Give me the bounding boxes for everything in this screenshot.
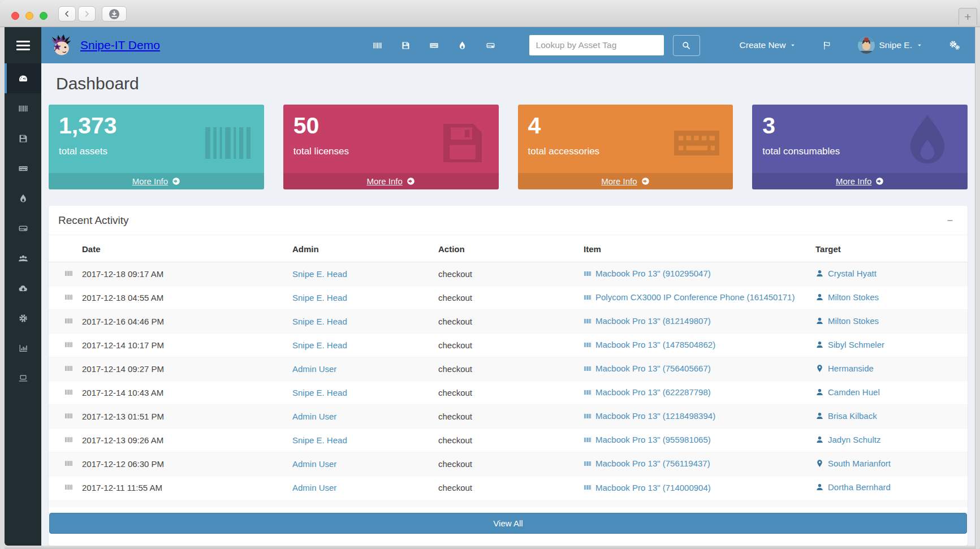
nav-shortcut-consumables[interactable]: [457, 41, 467, 50]
navbar-quick-icons: [373, 41, 495, 50]
admin-link[interactable]: Admin User: [292, 483, 336, 492]
item-link[interactable]: Polycom CX3000 IP Conference Phone (1614…: [584, 292, 795, 302]
sidebar-item-components[interactable]: [5, 213, 41, 243]
activity-table-row: 2017-12-13 09:26 AMSnipe E. Headcheckout…: [49, 429, 968, 452]
view-all-button[interactable]: View All: [49, 513, 967, 534]
admin-cell: Admin User: [288, 357, 434, 381]
target-link[interactable]: Dortha Bernhard: [815, 482, 891, 492]
hamburger-icon: [16, 41, 30, 50]
map-marker-icon: [815, 364, 824, 373]
target-link[interactable]: Milton Stokes: [815, 316, 879, 326]
date-cell: 2017-12-14 10:17 PM: [77, 334, 288, 357]
sidebar-item-licenses[interactable]: [5, 123, 41, 153]
column-header-admin: Admin: [288, 235, 434, 262]
target-name: Crystal Hyatt: [828, 269, 877, 278]
admin-link[interactable]: Snipe E. Head: [292, 317, 347, 326]
item-link[interactable]: Macbook Pro 13" (1218498394): [584, 411, 715, 421]
more-info-link[interactable]: More Info: [49, 173, 264, 189]
nav-shortcut-licenses[interactable]: [401, 41, 411, 50]
item-link[interactable]: Macbook Pro 13" (756119437): [584, 459, 710, 468]
window-edge-left: [0, 27, 5, 549]
item-link[interactable]: Macbook Pro 13" (622287798): [584, 387, 711, 397]
target-link[interactable]: Jadyn Schultz: [815, 435, 880, 444]
maximize-window-button[interactable]: [40, 12, 48, 20]
item-name: Macbook Pro 13" (622287798): [595, 387, 711, 397]
barcode-icon: [584, 483, 592, 491]
admin-settings-button[interactable]: [949, 40, 960, 51]
row-type-cell: [49, 262, 77, 286]
admin-link[interactable]: Admin User: [292, 364, 336, 374]
admin-cell: Snipe E. Head: [288, 381, 434, 405]
browser-back-button[interactable]: [58, 6, 76, 21]
date-cell: 2017-12-12 06:30 PM: [77, 452, 288, 476]
target-link[interactable]: Camden Huel: [815, 387, 880, 397]
sidebar-item-consumables[interactable]: [5, 183, 41, 213]
sidebar-item-requestable[interactable]: [5, 363, 41, 393]
download-icon: [109, 8, 120, 20]
row-type-cell: [49, 476, 77, 500]
admin-link[interactable]: Snipe E. Head: [292, 435, 347, 445]
chevron-left-icon: [63, 10, 71, 18]
sidebar-item-settings[interactable]: [5, 303, 41, 333]
sidebar-toggle[interactable]: [5, 27, 41, 63]
sidebar-item-accessories[interactable]: [5, 153, 41, 183]
action-cell: checkout: [434, 310, 579, 334]
barcode-icon: [64, 340, 73, 349]
admin-link[interactable]: Snipe E. Head: [292, 388, 347, 397]
target-cell: Sibyl Schmeler: [811, 334, 968, 357]
alerts-flag-button[interactable]: [822, 41, 832, 50]
action-cell: checkout: [434, 334, 579, 357]
nav-shortcut-assets[interactable]: [373, 41, 382, 50]
target-link[interactable]: Crystal Hyatt: [815, 269, 877, 278]
close-window-button[interactable]: [11, 12, 19, 20]
sidebar-item-assets[interactable]: [5, 93, 41, 123]
user-avatar: [858, 37, 875, 54]
nav-shortcut-accessories[interactable]: [429, 41, 439, 50]
snipeit-app: Snipe-IT Demo Create New Sn: [5, 27, 975, 546]
nav-shortcut-components[interactable]: [486, 41, 495, 50]
admin-link[interactable]: Snipe E. Head: [292, 340, 347, 350]
sidebar-item-kits[interactable]: [5, 273, 41, 303]
admin-link[interactable]: Snipe E. Head: [292, 269, 347, 279]
item-cell: Polycom CX3000 IP Conference Phone (1614…: [579, 286, 811, 310]
more-info-link[interactable]: More Info: [518, 173, 733, 189]
item-link[interactable]: Macbook Pro 13" (756405667): [584, 364, 711, 373]
admin-link[interactable]: Admin User: [292, 412, 336, 421]
browser-forward-button[interactable]: [78, 6, 96, 21]
browser-downloads-button[interactable]: [102, 6, 127, 21]
item-link[interactable]: Macbook Pro 13" (1478504862): [584, 340, 715, 349]
item-link[interactable]: Macbook Pro 13" (812149807): [584, 316, 711, 326]
item-link[interactable]: Macbook Pro 13" (955981065): [584, 435, 711, 444]
user-menu-dropdown[interactable]: Snipe E.: [858, 37, 923, 54]
minimize-window-button[interactable]: [25, 12, 33, 20]
gear-icon: [18, 313, 28, 323]
stat-watermark: [435, 116, 490, 172]
item-link[interactable]: Macbook Pro 13" (910295047): [584, 269, 711, 278]
target-link[interactable]: Brisa Kilback: [815, 411, 877, 421]
sidebar-item-reports[interactable]: [5, 333, 41, 363]
target-link[interactable]: South Marianfort: [815, 459, 891, 468]
collapse-panel-button[interactable]: [942, 215, 958, 226]
more-info-link[interactable]: More Info: [752, 173, 968, 189]
admin-link[interactable]: Snipe E. Head: [292, 293, 347, 302]
new-tab-button[interactable]: +: [959, 8, 977, 25]
create-new-dropdown[interactable]: Create New: [740, 40, 797, 50]
target-link[interactable]: Sibyl Schmeler: [815, 340, 884, 349]
item-link[interactable]: Macbook Pro 13" (714000904): [584, 483, 711, 492]
window-edge-bottom: [5, 546, 975, 549]
keyboard-icon: [670, 116, 724, 170]
search-button[interactable]: [673, 35, 700, 56]
action-cell: checkout: [434, 476, 579, 500]
window-controls: [11, 12, 48, 20]
admin-link[interactable]: Admin User: [292, 459, 336, 469]
laptop-icon: [18, 373, 28, 383]
target-link[interactable]: Hermanside: [815, 364, 874, 373]
asset-tag-search-input[interactable]: [529, 35, 664, 55]
sidebar-item-dashboard[interactable]: [5, 63, 41, 93]
table-row-partial: [49, 500, 968, 507]
brand-link[interactable]: Snipe-IT Demo: [49, 33, 160, 58]
date-cell: 2017-12-18 09:17 AM: [77, 262, 288, 286]
more-info-link[interactable]: More Info: [283, 173, 499, 189]
sidebar-item-people[interactable]: [5, 243, 41, 273]
target-link[interactable]: Milton Stokes: [815, 292, 879, 302]
